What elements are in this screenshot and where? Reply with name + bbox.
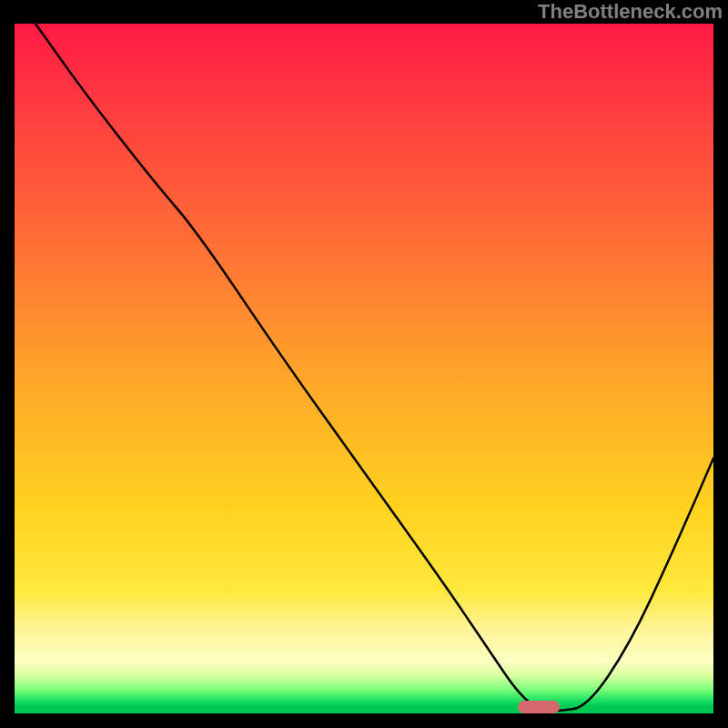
watermark-text: TheBottleneck.com [538,0,723,24]
bottleneck-curve [15,24,713,713]
plot-area [15,24,713,713]
optimal-marker [518,701,560,713]
chart-container: TheBottleneck.com [0,0,728,728]
